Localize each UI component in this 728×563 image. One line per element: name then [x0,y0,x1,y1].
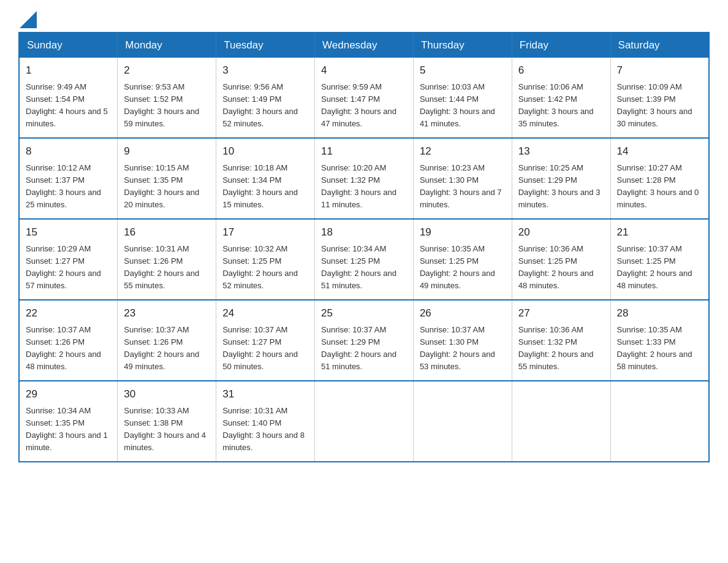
day-info: Sunrise: 9:59 AMSunset: 1:47 PMDaylight:… [321,81,407,131]
calendar-week-row: 8Sunrise: 10:12 AMSunset: 1:37 PMDayligh… [19,138,709,219]
day-info: Sunrise: 10:18 AMSunset: 1:34 PMDaylight… [222,162,308,212]
day-info: Sunrise: 10:34 AMSunset: 1:25 PMDaylight… [321,243,407,293]
day-info: Sunrise: 10:09 AMSunset: 1:39 PMDaylight… [617,81,702,131]
day-info: Sunrise: 10:25 AMSunset: 1:29 PMDaylight… [518,162,604,212]
day-number: 11 [321,144,407,159]
day-number: 25 [321,305,407,321]
calendar-header-row: Sunday Monday Tuesday Wednesday Thursday… [19,33,709,58]
calendar-cell: 27Sunrise: 10:36 AMSunset: 1:32 PMDaylig… [512,300,610,381]
calendar-week-row: 15Sunrise: 10:29 AMSunset: 1:27 PMDaylig… [19,219,709,300]
day-number: 16 [124,224,210,240]
svg-marker-0 [20,11,37,28]
day-number: 19 [420,224,506,240]
day-info: Sunrise: 10:23 AMSunset: 1:30 PMDaylight… [420,162,506,212]
calendar-cell: 22Sunrise: 10:37 AMSunset: 1:26 PMDaylig… [19,300,118,381]
calendar-cell: 19Sunrise: 10:35 AMSunset: 1:25 PMDaylig… [413,219,512,300]
col-header-friday: Friday [512,33,610,58]
day-info: Sunrise: 10:37 AMSunset: 1:26 PMDaylight… [124,324,210,373]
calendar-cell: 31Sunrise: 10:31 AMSunset: 1:40 PMDaylig… [216,381,315,462]
day-number: 13 [518,144,604,159]
col-header-thursday: Thursday [413,33,512,58]
calendar-cell [610,381,709,462]
day-info: Sunrise: 9:56 AMSunset: 1:49 PMDaylight:… [222,81,308,131]
day-number: 7 [617,63,702,79]
day-number: 4 [321,63,407,79]
calendar-cell: 23Sunrise: 10:37 AMSunset: 1:26 PMDaylig… [118,300,216,381]
day-info: Sunrise: 10:33 AMSunset: 1:38 PMDaylight… [124,405,210,454]
day-number: 27 [518,305,604,321]
day-number: 5 [420,63,506,79]
calendar: Sunday Monday Tuesday Wednesday Thursday… [18,32,710,462]
header [18,12,710,26]
logo-icon [20,11,37,28]
day-info: Sunrise: 10:29 AMSunset: 1:27 PMDaylight… [26,243,111,293]
calendar-cell: 9Sunrise: 10:15 AMSunset: 1:35 PMDayligh… [118,138,216,219]
day-number: 14 [617,144,702,159]
calendar-cell: 14Sunrise: 10:27 AMSunset: 1:28 PMDaylig… [610,138,709,219]
day-number: 23 [124,305,210,321]
calendar-cell: 21Sunrise: 10:37 AMSunset: 1:25 PMDaylig… [610,219,709,300]
day-info: Sunrise: 9:53 AMSunset: 1:52 PMDaylight:… [124,81,210,131]
day-info: Sunrise: 10:06 AMSunset: 1:42 PMDaylight… [518,81,604,131]
calendar-cell: 25Sunrise: 10:37 AMSunset: 1:29 PMDaylig… [315,300,414,381]
calendar-cell: 28Sunrise: 10:35 AMSunset: 1:33 PMDaylig… [610,300,709,381]
calendar-cell: 1Sunrise: 9:49 AMSunset: 1:54 PMDaylight… [19,58,118,138]
day-info: Sunrise: 10:12 AMSunset: 1:37 PMDaylight… [26,162,111,212]
day-number: 17 [222,224,308,240]
day-info: Sunrise: 10:37 AMSunset: 1:26 PMDaylight… [26,324,111,373]
calendar-cell: 3Sunrise: 9:56 AMSunset: 1:49 PMDaylight… [216,58,315,138]
calendar-week-row: 22Sunrise: 10:37 AMSunset: 1:26 PMDaylig… [19,300,709,381]
calendar-cell: 17Sunrise: 10:32 AMSunset: 1:25 PMDaylig… [216,219,315,300]
logo-left [18,12,37,26]
calendar-cell: 8Sunrise: 10:12 AMSunset: 1:37 PMDayligh… [19,138,118,219]
calendar-cell [512,381,610,462]
day-info: Sunrise: 10:35 AMSunset: 1:25 PMDaylight… [420,243,506,293]
day-info: Sunrise: 10:31 AMSunset: 1:26 PMDaylight… [124,243,210,293]
col-header-wednesday: Wednesday [315,33,414,58]
day-number: 28 [617,305,702,321]
day-info: Sunrise: 10:36 AMSunset: 1:25 PMDaylight… [518,243,604,293]
day-number: 3 [222,63,308,79]
calendar-cell: 12Sunrise: 10:23 AMSunset: 1:30 PMDaylig… [413,138,512,219]
day-info: Sunrise: 10:35 AMSunset: 1:33 PMDaylight… [617,324,702,373]
calendar-cell: 15Sunrise: 10:29 AMSunset: 1:27 PMDaylig… [19,219,118,300]
calendar-cell: 16Sunrise: 10:31 AMSunset: 1:26 PMDaylig… [118,219,216,300]
calendar-cell: 30Sunrise: 10:33 AMSunset: 1:38 PMDaylig… [118,381,216,462]
col-header-sunday: Sunday [19,33,118,58]
day-number: 30 [124,386,210,402]
day-number: 21 [617,224,702,240]
day-number: 10 [222,144,308,159]
day-info: Sunrise: 10:36 AMSunset: 1:32 PMDaylight… [518,324,604,373]
calendar-cell: 29Sunrise: 10:34 AMSunset: 1:35 PMDaylig… [19,381,118,462]
calendar-cell: 24Sunrise: 10:37 AMSunset: 1:27 PMDaylig… [216,300,315,381]
calendar-cell: 6Sunrise: 10:06 AMSunset: 1:42 PMDayligh… [512,58,610,138]
day-number: 12 [420,144,506,159]
day-info: Sunrise: 10:15 AMSunset: 1:35 PMDaylight… [124,162,210,212]
calendar-cell: 10Sunrise: 10:18 AMSunset: 1:34 PMDaylig… [216,138,315,219]
day-number: 2 [124,63,210,79]
page: Sunday Monday Tuesday Wednesday Thursday… [0,0,728,481]
calendar-cell [315,381,414,462]
day-info: Sunrise: 10:34 AMSunset: 1:35 PMDaylight… [26,405,111,454]
day-number: 9 [124,144,210,159]
col-header-saturday: Saturday [610,33,709,58]
day-info: Sunrise: 10:37 AMSunset: 1:25 PMDaylight… [617,243,702,293]
day-info: Sunrise: 10:20 AMSunset: 1:32 PMDaylight… [321,162,407,212]
calendar-cell [413,381,512,462]
day-number: 24 [222,305,308,321]
day-number: 1 [26,63,111,79]
logo-top [18,12,37,28]
day-info: Sunrise: 10:27 AMSunset: 1:28 PMDaylight… [617,162,702,212]
day-number: 18 [321,224,407,240]
day-number: 20 [518,224,604,240]
calendar-cell: 18Sunrise: 10:34 AMSunset: 1:25 PMDaylig… [315,219,414,300]
col-header-monday: Monday [118,33,216,58]
col-header-tuesday: Tuesday [216,33,315,58]
day-number: 29 [26,386,111,402]
day-info: Sunrise: 10:03 AMSunset: 1:44 PMDaylight… [420,81,506,131]
day-number: 22 [26,305,111,321]
calendar-cell: 11Sunrise: 10:20 AMSunset: 1:32 PMDaylig… [315,138,414,219]
calendar-cell: 13Sunrise: 10:25 AMSunset: 1:29 PMDaylig… [512,138,610,219]
day-number: 8 [26,144,111,159]
day-info: Sunrise: 10:37 AMSunset: 1:29 PMDaylight… [321,324,407,373]
